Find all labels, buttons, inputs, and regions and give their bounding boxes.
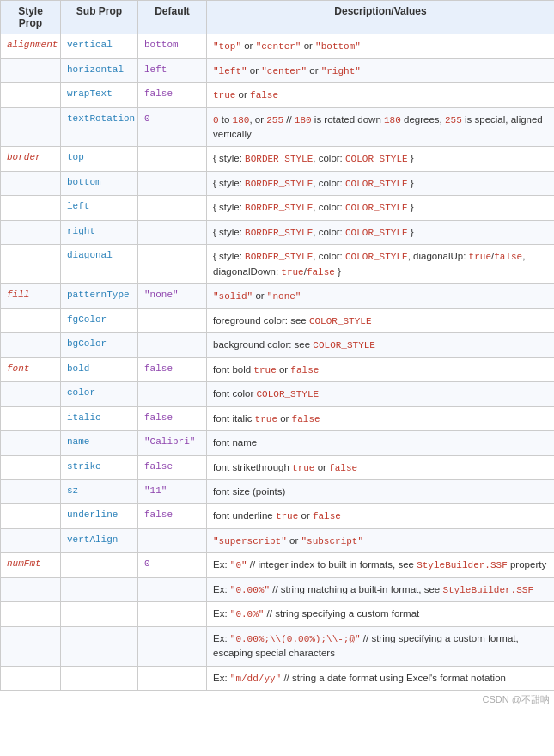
cell-style-prop: font <box>1 357 61 382</box>
cell-sub-prop <box>61 666 138 691</box>
cell-sub-prop: underline <box>61 504 138 529</box>
cell-sub-prop: wrapText <box>61 83 138 108</box>
header-description: Description/Values <box>207 1 555 34</box>
cell-style-prop <box>1 58 61 83</box>
table-row: Ex: "m/dd/yy" // string a date format us… <box>1 666 555 691</box>
cell-default <box>138 196 207 221</box>
cell-description: foreground color: see COLOR_STYLE <box>207 308 555 333</box>
cell-sub-prop <box>61 602 138 627</box>
cell-sub-prop: vertical <box>61 34 138 59</box>
cell-description: font bold true or false <box>207 357 555 382</box>
cell-description: font strikethrough true or false <box>207 455 555 480</box>
cell-default: "none" <box>138 284 207 309</box>
cell-description: background color: see COLOR_STYLE <box>207 333 555 358</box>
cell-description: { style: BORDER_STYLE, color: COLOR_STYL… <box>207 220 555 245</box>
cell-style-prop <box>1 431 61 455</box>
cell-default <box>138 147 207 172</box>
cell-sub-prop: patternType <box>61 284 138 309</box>
table-row: fontboldfalsefont bold true or false <box>1 357 555 382</box>
cell-style-prop <box>1 107 61 147</box>
table-row: fillpatternType"none""solid" or "none" <box>1 284 555 309</box>
cell-default <box>138 220 207 245</box>
cell-style-prop <box>1 480 61 504</box>
cell-default <box>138 382 207 407</box>
cell-style-prop <box>1 308 61 333</box>
cell-style-prop: numFmt <box>1 553 61 578</box>
cell-style-prop <box>1 455 61 480</box>
table-row: fgColorforeground color: see COLOR_STYLE <box>1 308 555 333</box>
cell-sub-prop <box>61 553 138 578</box>
cell-sub-prop: color <box>61 382 138 407</box>
cell-style-prop <box>1 666 61 691</box>
cell-style-prop <box>1 171 61 196</box>
cell-description: font size (points) <box>207 480 555 504</box>
cell-default: 0 <box>138 107 207 147</box>
table-row: diagonal{ style: BORDER_STYLE, color: CO… <box>1 245 555 284</box>
cell-style-prop <box>1 406 61 431</box>
table-row: underlinefalsefont underline true or fal… <box>1 504 555 529</box>
cell-style-prop: fill <box>1 284 61 309</box>
cell-description: Ex: "0.00%" // string matching a built-i… <box>207 577 555 602</box>
cell-style-prop: border <box>1 147 61 172</box>
cell-description: Ex: "0.00%;\\(0.00%);\\-;@" // string sp… <box>207 626 555 666</box>
cell-description: "solid" or "none" <box>207 284 555 309</box>
cell-description: { style: BORDER_STYLE, color: COLOR_STYL… <box>207 171 555 196</box>
cell-description: 0 to 180, or 255 // 180 is rotated down … <box>207 107 555 147</box>
cell-default <box>138 666 207 691</box>
cell-description: font color COLOR_STYLE <box>207 382 555 407</box>
cell-description: "top" or "center" or "bottom" <box>207 34 555 59</box>
cell-description: true or false <box>207 83 555 108</box>
table-row: numFmt0Ex: "0" // integer index to built… <box>1 553 555 578</box>
cell-default <box>138 602 207 627</box>
cell-sub-prop: top <box>61 147 138 172</box>
cell-default: 0 <box>138 553 207 578</box>
cell-style-prop <box>1 528 61 553</box>
cell-description: font italic true or false <box>207 406 555 431</box>
header-default: Default <box>138 1 207 34</box>
cell-sub-prop: bottom <box>61 171 138 196</box>
cell-sub-prop: fgColor <box>61 308 138 333</box>
cell-description: "left" or "center" or "right" <box>207 58 555 83</box>
table-row: Ex: "0.0%" // string specifying a custom… <box>1 602 555 627</box>
cell-default <box>138 245 207 284</box>
table-row: horizontalleft"left" or "center" or "rig… <box>1 58 555 83</box>
header-sub-prop: Sub Prop <box>61 1 138 34</box>
cell-default <box>138 333 207 358</box>
cell-description: font name <box>207 431 555 455</box>
table-row: colorfont color COLOR_STYLE <box>1 382 555 407</box>
cell-description: { style: BORDER_STYLE, color: COLOR_STYL… <box>207 245 555 284</box>
cell-style-prop: alignment <box>1 34 61 59</box>
cell-sub-prop: right <box>61 220 138 245</box>
table-row: alignmentverticalbottom"top" or "center"… <box>1 34 555 59</box>
table-row: Ex: "0.00%;\\(0.00%);\\-;@" // string sp… <box>1 626 555 666</box>
cell-sub-prop <box>61 626 138 666</box>
cell-default: false <box>138 455 207 480</box>
cell-default <box>138 626 207 666</box>
cell-style-prop <box>1 333 61 358</box>
cell-default <box>138 577 207 602</box>
table-row: bgColorbackground color: see COLOR_STYLE <box>1 333 555 358</box>
cell-style-prop <box>1 220 61 245</box>
cell-description: { style: BORDER_STYLE, color: COLOR_STYL… <box>207 196 555 221</box>
cell-default: "Calibri" <box>138 431 207 455</box>
cell-sub-prop: horizontal <box>61 58 138 83</box>
cell-description: Ex: "0" // integer index to built in for… <box>207 553 555 578</box>
cell-style-prop <box>1 504 61 529</box>
cell-default: "11" <box>138 480 207 504</box>
table-row: Ex: "0.00%" // string matching a built-i… <box>1 577 555 602</box>
cell-sub-prop: bold <box>61 357 138 382</box>
cell-default: false <box>138 504 207 529</box>
cell-default: false <box>138 406 207 431</box>
table-row: textRotation00 to 180, or 255 // 180 is … <box>1 107 555 147</box>
cell-sub-prop: diagonal <box>61 245 138 284</box>
cell-sub-prop: italic <box>61 406 138 431</box>
header-style-prop: Style Prop <box>1 1 61 34</box>
cell-style-prop <box>1 602 61 627</box>
cell-style-prop <box>1 382 61 407</box>
cell-default: false <box>138 357 207 382</box>
cell-default <box>138 308 207 333</box>
style-props-table: Style Prop Sub Prop Default Description/… <box>0 0 554 691</box>
table-row: vertAlign"superscript" or "subscript" <box>1 528 555 553</box>
cell-sub-prop: name <box>61 431 138 455</box>
cell-style-prop <box>1 83 61 108</box>
